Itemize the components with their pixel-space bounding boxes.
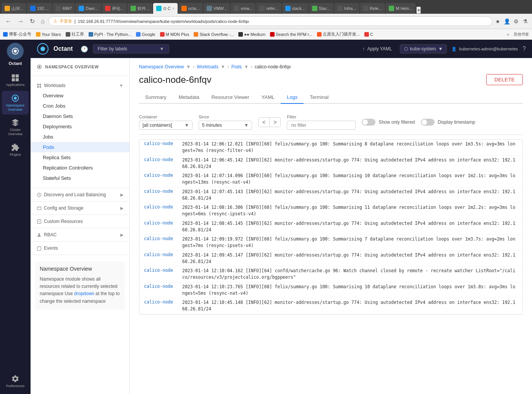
extensions-icon[interactable]: ⚗: [521, 18, 529, 25]
tab-metadata[interactable]: Metadata: [173, 91, 205, 104]
sidebar-item-cluster-overview[interactable]: Cluster Overview: [2, 115, 29, 139]
bookmark-social[interactable]: 社工库: [66, 31, 84, 37]
bookmark-c[interactable]: C: [364, 32, 373, 37]
bookmark-stars[interactable]: Your Stars: [36, 32, 61, 37]
breadcrumb-wl-dropdown[interactable]: ▼: [221, 64, 225, 69]
tab-5-label: 评论...: [112, 6, 124, 11]
bookmark-medium[interactable]: ●● Medium: [238, 32, 265, 37]
custom-resources-group-header[interactable]: Custom Resources: [31, 216, 129, 226]
sidebar-item-namespace-overview[interactable]: Namespace Overview: [2, 91, 29, 115]
tab-8[interactable]: octa...: [178, 3, 203, 14]
log-text: 2023-01-14 12:08:16.306 [INFO][60] felix…: [182, 204, 518, 218]
display-timestamp-toggle[interactable]: [421, 119, 435, 126]
breadcrumb-namespace-overview[interactable]: Namespace Overview: [139, 64, 184, 69]
tab-4[interactable]: Daer...: [76, 3, 101, 14]
rbac-group-header[interactable]: RBAC ▶: [31, 230, 129, 240]
tab-terminal[interactable]: Terminal: [304, 91, 335, 104]
user-info[interactable]: 👤 kubernetes-admin@kubernetes: [451, 47, 518, 52]
breadcrumb-pods[interactable]: Pods: [231, 64, 242, 69]
ns-sidebar-panel-title: Namespace Overview: [40, 266, 120, 272]
sidebar-item-preferences[interactable]: Preferences: [5, 371, 26, 391]
nav-overview[interactable]: Overview: [31, 90, 129, 101]
tab-1[interactable]: 山河...: [2, 3, 26, 14]
profile-icon[interactable]: 👤: [503, 18, 511, 25]
apply-yaml-button[interactable]: ↑ Apply YAML: [360, 45, 395, 53]
new-tab-button[interactable]: +: [416, 6, 421, 14]
bookmark-rpm[interactable]: Search the RPM r...: [270, 32, 312, 37]
bookmark-icon[interactable]: ★: [494, 18, 501, 25]
tab-9[interactable]: VMW...: [204, 3, 230, 14]
nav-daemon-sets[interactable]: Daemon Sets: [31, 111, 129, 121]
history-icon[interactable]: 🕐: [81, 45, 88, 53]
filter-label-text: Filter by labels: [98, 46, 127, 52]
user-name: kubernetes-admin@kubernetes: [459, 47, 518, 51]
bookmark-blog[interactable]: 博客-公众号: [3, 31, 31, 37]
show-only-filtered-toggle[interactable]: [362, 119, 375, 126]
tab-4-favicon: [79, 6, 84, 11]
tab-2[interactable]: 192....: [27, 3, 52, 14]
discovery-group-header[interactable]: Discovery and Load Balancing ▶: [31, 190, 129, 200]
bookmark-cloud[interactable]: 云原生入门级开发...: [317, 31, 360, 37]
sidebar: Octant Applications Namespace Overview C…: [0, 40, 31, 394]
delete-button[interactable]: DELETE: [486, 74, 523, 85]
bookmarks-more[interactable]: »: [507, 32, 509, 37]
nav-deployments[interactable]: Deployments: [31, 121, 129, 132]
tab-12[interactable]: slack...: [282, 3, 308, 14]
nav-stateful-sets[interactable]: Stateful Sets: [31, 173, 129, 183]
namespace-section-icon: [37, 64, 42, 69]
left-nav-namespace-header[interactable]: Namespace Overview: [31, 61, 129, 71]
nav-replica-sets[interactable]: Replica Sets: [31, 152, 129, 163]
tab-7-close-icon[interactable]: ×: [172, 6, 175, 11]
workloads-group-header[interactable]: Workloads ▼: [31, 81, 129, 90]
reload-button[interactable]: ↻: [27, 16, 37, 26]
address-bar[interactable]: ⚠ 不安全 | 192.168.26.81:7777/#/overview/na…: [49, 16, 492, 26]
nav-cron-jobs[interactable]: Cron Jobs: [31, 101, 129, 111]
config-storage-group-header[interactable]: Config and Storage ▶: [31, 203, 129, 213]
tab-7-favicon: [156, 6, 162, 11]
back-button[interactable]: ←: [3, 16, 14, 26]
tab-7-active[interactable]: ⊙ C ×: [153, 3, 178, 14]
events-group-header[interactable]: Events: [31, 243, 129, 253]
nav-divider-7: [31, 255, 129, 255]
tab-5[interactable]: 评论...: [102, 3, 127, 14]
tab-3[interactable]: 6967: [53, 3, 75, 14]
sidebar-item-plugins[interactable]: Plugins: [2, 140, 29, 160]
tab-yaml[interactable]: YAML: [255, 91, 281, 104]
bookmark-stackoverflow[interactable]: Stack Overflow -...: [194, 32, 234, 37]
sidebar-item-applications[interactable]: Applications: [2, 70, 29, 90]
page-title: calico-node-6nfqv: [139, 74, 211, 85]
log-next-button[interactable]: >: [270, 118, 280, 127]
nav-pods[interactable]: Pods: [31, 142, 129, 152]
bookmark-google[interactable]: Google: [136, 32, 155, 37]
filter-input[interactable]: [287, 121, 356, 130]
tab-16[interactable]: M Heln...: [386, 3, 416, 14]
log-line: calico-node 2023-01-14 12:09:45.147 [INF…: [139, 251, 522, 267]
forward-button[interactable]: →: [15, 16, 26, 26]
help-icon[interactable]: ?: [522, 45, 526, 52]
filter-labels-dropdown[interactable]: Filter by labels ▼: [93, 44, 169, 53]
settings-icon[interactable]: ⚙: [512, 18, 520, 25]
breadcrumb-pods-dropdown[interactable]: ▼: [244, 64, 249, 69]
tab-11[interactable]: refer...: [256, 3, 281, 14]
bookmark-pypi[interactable]: PyPI · The Python...: [89, 32, 132, 37]
tab-13[interactable]: Slac...: [309, 3, 334, 14]
log-prev-button[interactable]: <: [259, 118, 270, 127]
tab-14[interactable]: Infra...: [334, 3, 359, 14]
tab-6[interactable]: 软件...: [128, 3, 152, 14]
bookmark-mdn-favicon: [160, 32, 165, 37]
nav-jobs[interactable]: Jobs: [31, 132, 129, 142]
nav-replication-controllers[interactable]: Replication Controllers: [31, 163, 129, 173]
namespace-selector[interactable]: ⬡ kube-system ▼: [400, 44, 447, 53]
breadcrumb-ns-dropdown[interactable]: ▼: [186, 64, 191, 69]
home-button[interactable]: ⌂: [39, 16, 47, 26]
tab-15[interactable]: Rele...: [360, 3, 385, 14]
container-select[interactable]: [all containers] ▼: [139, 121, 192, 130]
tab-logs[interactable]: Logs: [281, 91, 304, 104]
since-select[interactable]: 5 minutes ▼: [199, 121, 252, 130]
tab-summary[interactable]: Summary: [139, 91, 173, 104]
bookmark-mdn[interactable]: M MDN Plus: [160, 32, 189, 37]
tab-resource-viewer[interactable]: Resource Viewer: [205, 91, 255, 104]
tab-10[interactable]: vmw...: [231, 3, 255, 14]
log-source: calico-node: [144, 157, 178, 162]
breadcrumb-workloads[interactable]: Workloads: [197, 64, 218, 69]
